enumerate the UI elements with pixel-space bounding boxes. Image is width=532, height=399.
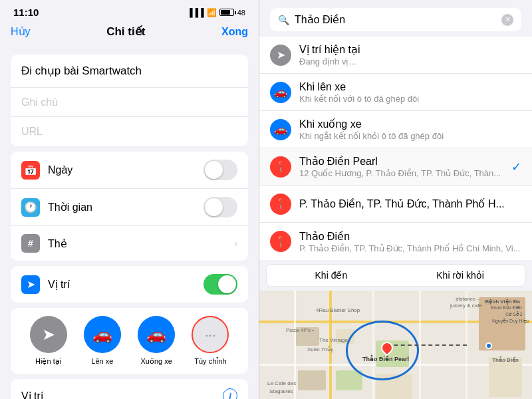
result-text-thao-dien: Thảo Điền P. Thảo Điền, TP. Thủ Đức, Thà… xyxy=(299,230,521,253)
result-get-in-car[interactable]: 🚗 Khi lên xe Khi kết nối với ô tô đã ghé… xyxy=(259,74,532,111)
wifi-icon: 📶 xyxy=(207,8,217,17)
hospital-label-right2: Khoa Bửu Điền xyxy=(491,305,522,311)
tag-icon: # xyxy=(21,234,40,253)
location-label: Vị trí xyxy=(48,278,203,291)
status-time: 11:10 xyxy=(13,7,39,18)
tabs-row: Khi đến Khi rời khỏi xyxy=(266,264,525,287)
get-in-car-result-icon: 🚗 xyxy=(270,82,291,103)
search-input[interactable]: Thảo Điền xyxy=(295,13,496,26)
content-area: Đi chụp bài Smartwatch Ghi chú URL 📅 Ngà… xyxy=(0,44,259,399)
map-area[interactable]: 4Rau Barber Shop Pizza 4P's • The Vintag… xyxy=(259,291,532,399)
hospital-label-right3: Cơ Sở 2 - xyxy=(505,312,525,317)
chevron-icon: › xyxy=(234,238,237,249)
result-thao-dien-ward[interactable]: 📍 P. Thảo Điền, TP. Thủ Đức, Thành Phố H… xyxy=(259,186,532,223)
custom-location-button[interactable]: ··· xyxy=(192,316,229,353)
map-pin-label: Thảo Điền Pearl xyxy=(362,356,409,362)
datetime-section: 📅 Ngày 🕐 Thời gian # Thẻ › xyxy=(11,152,248,261)
date-label: Ngày xyxy=(48,164,203,176)
right-panel: 🔍 Thảo Điền ✕ ➤ Vị trí hiện tại Đang địn… xyxy=(259,0,532,399)
result-title-ward: P. Thảo Điền, TP. Thủ Đức, Thành Phố H..… xyxy=(299,198,521,210)
tag-row[interactable]: # Thẻ › xyxy=(11,226,248,261)
result-text-current: Vị trí hiện tại Đang định vị... xyxy=(299,43,521,66)
location-icon: ➤ xyxy=(21,275,40,294)
page-title: Chi tiết xyxy=(106,25,145,39)
search-bar[interactable]: 🔍 Thảo Điền ✕ xyxy=(270,8,521,31)
task-title[interactable]: Đi chụp bài Smartwatch xyxy=(21,64,142,78)
info-icon[interactable]: i xyxy=(223,388,237,399)
result-text-getout: Khi xuống xe Khi ngắt kết nối khỏi ô tô … xyxy=(299,118,521,141)
note-row[interactable]: Ghi chú xyxy=(11,88,248,117)
left-panel: 11:10 ▐▐▐ 📶 48 Hủy Chi tiết Xong Đi chụp… xyxy=(0,0,259,399)
result-text-ward: P. Thảo Điền, TP. Thủ Đức, Thành Phố H..… xyxy=(299,198,521,210)
date-row[interactable]: 📅 Ngày xyxy=(11,152,248,189)
shop-label-pizza: Pizza 4P's • xyxy=(286,327,314,333)
map-pin-head xyxy=(378,339,395,356)
current-location-button[interactable]: ➤ xyxy=(30,316,67,353)
result-subtitle-thao-dien: P. Thảo Điền, TP. Thủ Đức, Thành Phố Hồ … xyxy=(299,243,521,253)
results-list: ➤ Vị trí hiện tại Đang định vị... 🚗 Khi … xyxy=(259,37,532,260)
current-location-label: Hiện tại xyxy=(35,357,61,366)
search-bar-container: 🔍 Thảo Điền ✕ xyxy=(259,0,532,37)
shop-label-stagiaires: Stagiaires xyxy=(269,388,293,394)
result-thao-dien[interactable]: 📍 Thảo Điền P. Thảo Điền, TP. Thủ Đức, T… xyxy=(259,223,532,260)
shop-label-barber: 4Rau Barber Shop xyxy=(316,307,360,313)
location-row[interactable]: ➤ Vị trí xyxy=(11,266,248,303)
result-subtitle-getout: Khi ngắt kết nối khỏi ô tô đã ghép đôi xyxy=(299,131,521,141)
location-current-item: ➤ Hiện tại xyxy=(30,316,67,366)
done-button[interactable]: Xong xyxy=(221,26,248,38)
hospital-label-right: Bệnh Viện Đa xyxy=(485,299,520,305)
url-placeholder: URL xyxy=(21,126,237,138)
map-pin xyxy=(381,342,393,354)
get-out-car-result-icon: 🚗 xyxy=(270,119,291,140)
get-in-car-button[interactable]: 🚗 xyxy=(84,316,121,353)
time-toggle[interactable] xyxy=(203,197,237,217)
cancel-button[interactable]: Hủy xyxy=(11,25,31,38)
task-title-row: Đi chụp bài Smartwatch xyxy=(11,55,248,88)
checkmark-icon: ✓ xyxy=(511,160,521,174)
result-title-current: Vị trí hiện tại xyxy=(299,43,521,56)
result-get-out-car[interactable]: 🚗 Khi xuống xe Khi ngắt kết nối khỏi ô t… xyxy=(259,111,532,148)
note-placeholder: Ghi chú xyxy=(21,96,237,108)
search-clear-button[interactable]: ✕ xyxy=(501,14,513,26)
time-row[interactable]: 🕐 Thời gian xyxy=(11,189,248,226)
thao-dien-area-label: Thảo Điền xyxy=(492,357,519,363)
shop-label-cafe: Le Café des xyxy=(267,380,296,386)
nav-bar: Hủy Chi tiết Xong xyxy=(0,22,259,44)
signal-icon: ▐▐▐ xyxy=(187,8,204,17)
get-out-car-button[interactable]: 🚗 xyxy=(138,316,175,353)
result-title-thao-dien: Thảo Điền xyxy=(299,230,521,243)
bottom-location-row[interactable]: Vị trí i xyxy=(11,379,248,399)
result-thao-dien-pearl[interactable]: 📍 Thảo Điền Pearl 12 Quốc Hương, P. Thảo… xyxy=(259,148,532,186)
location-toggle[interactable] xyxy=(203,274,237,295)
juicery-label: juicery & cafe xyxy=(450,303,482,309)
location-section: ➤ Vị trí xyxy=(11,266,248,303)
result-subtitle-getin: Khi kết nối với ô tô đã ghép đôi xyxy=(299,94,521,104)
tab-leave[interactable]: Khi rời khỏi xyxy=(396,265,525,286)
result-current-location[interactable]: ➤ Vị trí hiện tại Đang định vị... xyxy=(259,37,532,74)
bottom-location-label: Vị trí xyxy=(21,390,43,400)
date-icon: 📅 xyxy=(21,161,40,180)
date-toggle[interactable] xyxy=(203,160,237,180)
get-in-car-label: Lên xe xyxy=(91,357,113,365)
location-custom-item: ··· Tùy chỉnh xyxy=(192,316,229,366)
location-car-off-item: 🚗 Xuống xe xyxy=(138,316,175,366)
thao-dien-icon: 📍 xyxy=(270,231,291,252)
battery-icon: 48 xyxy=(219,9,245,17)
current-location-result-icon: ➤ xyxy=(270,45,291,66)
custom-location-label: Tùy chỉnh xyxy=(194,357,226,366)
get-out-car-label: Xuống xe xyxy=(140,357,172,366)
tag-label: Thẻ xyxy=(48,237,234,250)
status-bar: 11:10 ▐▐▐ 📶 48 xyxy=(0,0,259,22)
location-car-on-item: 🚗 Lên xe xyxy=(84,316,121,366)
result-subtitle-current: Đang định vị... xyxy=(299,57,521,66)
location-buttons-row: ➤ Hiện tại 🚗 Lên xe 🚗 Xuống xe ··· Tùy c… xyxy=(11,308,248,374)
tab-arrive[interactable]: Khi đến xyxy=(267,265,396,286)
thao-dien-pearl-icon: 📍 xyxy=(270,156,291,178)
time-icon: 🕐 xyxy=(21,198,40,217)
result-title-getin: Khi lên xe xyxy=(299,81,521,93)
url-row[interactable]: URL xyxy=(11,117,248,146)
route-dotted-line xyxy=(387,344,467,346)
battery-level: 48 xyxy=(237,9,245,17)
result-subtitle-pearl: 12 Quốc Hương, P. Thảo Điền, TP. Thủ Đức… xyxy=(299,168,511,178)
street-nguyen-duy: Nguyễn Duy Hiệu xyxy=(492,319,529,324)
